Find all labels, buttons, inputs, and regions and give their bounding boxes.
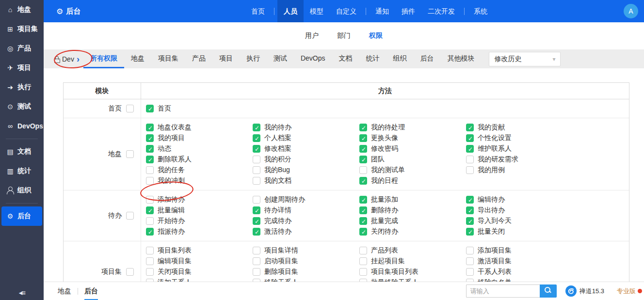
permission-item[interactable]: 编辑待办 (466, 194, 573, 205)
permission-item[interactable]: 开始待办 (146, 216, 253, 226)
permission-item[interactable]: 批量移除干系人 (359, 277, 466, 282)
permission-item[interactable]: 挂起项目集 (359, 256, 466, 267)
permission-item[interactable]: 首页 (146, 103, 253, 114)
permission-checkbox[interactable] (146, 257, 154, 265)
permission-checkbox[interactable] (359, 217, 367, 225)
permission-item[interactable]: 更换头像 (359, 133, 466, 143)
permission-item[interactable]: 修改档案 (253, 143, 359, 154)
sidebar-item-org[interactable]: 组织 (0, 181, 44, 200)
permission-item[interactable]: 个人档案 (253, 133, 359, 143)
permission-item[interactable]: 我的冲刺 (146, 175, 253, 186)
permission-checkbox[interactable] (253, 247, 260, 254)
permission-item[interactable]: 我的贡献 (466, 122, 573, 133)
permission-item[interactable]: 批量添加 (359, 194, 466, 205)
permission-item[interactable]: 项目集列表 (146, 245, 253, 256)
permission-checkbox[interactable] (146, 247, 154, 254)
permission-checkbox[interactable] (253, 156, 260, 163)
permission-checkbox[interactable] (253, 124, 260, 131)
permission-checkbox[interactable] (359, 257, 367, 265)
sidebar-item-doc[interactable]: ▤文档 (0, 142, 44, 161)
permission-checkbox[interactable] (466, 247, 474, 254)
permission-checkbox[interactable] (359, 124, 367, 131)
permission-item[interactable]: 激活项目集 (466, 256, 573, 267)
permission-checkbox[interactable] (359, 177, 367, 185)
permission-item[interactable]: 启动项目集 (253, 256, 359, 267)
sidebar-item-qa[interactable]: ⊙测试 (0, 97, 44, 116)
permission-checkbox[interactable] (466, 145, 474, 153)
permission-checkbox[interactable] (146, 196, 154, 204)
permission-item[interactable]: 关闭项目集 (146, 267, 253, 277)
permission-item[interactable]: 我的积分 (253, 154, 359, 165)
permission-checkbox[interactable] (466, 166, 474, 174)
permission-item[interactable]: 项目集项目列表 (359, 267, 466, 277)
permission-item[interactable]: 关闭待办 (359, 226, 466, 237)
top-menu-item[interactable]: 二次开发 (421, 0, 461, 22)
permission-item[interactable]: 完成待办 (253, 216, 359, 226)
permission-checkbox[interactable] (466, 134, 474, 142)
top-menu-item[interactable]: 自定义 (330, 0, 363, 22)
permission-checkbox[interactable] (359, 145, 367, 153)
sidebar-item-stat[interactable]: ▥统计 (0, 161, 44, 181)
search-input[interactable] (466, 284, 540, 298)
permission-item[interactable]: 批量完成 (359, 216, 466, 226)
permission-checkbox[interactable] (146, 228, 154, 236)
search-button[interactable] (540, 284, 557, 298)
permission-checkbox[interactable] (466, 156, 474, 163)
sidebar-item-my[interactable]: ⌂地盘 (0, 0, 44, 19)
sidebar-item-project[interactable]: ✈项目 (0, 58, 44, 78)
permission-item[interactable]: 激活待办 (253, 226, 359, 237)
permission-item[interactable]: 移除干系人 (253, 277, 359, 282)
permission-checkbox[interactable] (146, 166, 154, 174)
permission-tab[interactable]: 产品 (185, 49, 212, 68)
permission-item[interactable]: 删除联系人 (146, 154, 253, 165)
footer-tab[interactable]: 地盘 (51, 282, 78, 300)
permission-item[interactable]: 我的项目 (146, 133, 253, 143)
permission-item[interactable]: 添加干系人 (146, 277, 253, 282)
permission-item[interactable]: 我的研发需求 (466, 154, 573, 165)
collapse-sidebar-icon[interactable]: ◂≡ (0, 288, 44, 297)
permission-item[interactable]: 项目集详情 (253, 245, 359, 256)
permission-item[interactable]: 团队 (359, 154, 466, 165)
permission-item[interactable]: 添加待办 (146, 194, 253, 205)
permission-item[interactable]: 编辑项目集 (146, 256, 253, 267)
sidebar-item-program[interactable]: ⊞项目集 (0, 19, 44, 39)
top-menu-item[interactable]: 模型 (304, 0, 330, 22)
top-menu-item[interactable]: 插件 (395, 0, 421, 22)
permission-checkbox[interactable] (253, 145, 260, 153)
module-checkbox[interactable] (126, 212, 134, 220)
top-menu-item[interactable]: 系统 (467, 0, 494, 22)
permission-item[interactable]: 删除待办 (359, 205, 466, 216)
permission-checkbox[interactable] (253, 166, 260, 174)
permission-checkbox[interactable] (359, 134, 367, 142)
permission-item[interactable]: 导出待办 (466, 205, 573, 216)
permission-checkbox[interactable] (359, 228, 367, 236)
permission-item[interactable]: 干系人列表 (466, 267, 573, 277)
permission-item[interactable]: 产品列表 (359, 245, 466, 256)
permission-checkbox[interactable] (146, 145, 154, 153)
permission-tab[interactable]: 项目 (212, 49, 240, 68)
permission-checkbox[interactable] (146, 206, 154, 214)
permission-checkbox[interactable] (146, 268, 154, 276)
permission-checkbox[interactable] (146, 217, 154, 225)
permission-tab[interactable]: 地盘 (124, 49, 151, 68)
permission-checkbox[interactable] (146, 177, 154, 185)
role-selector[interactable]: Dev › (54, 55, 80, 63)
permission-tab[interactable]: 组织 (386, 49, 413, 68)
permission-checkbox[interactable] (359, 166, 367, 174)
permission-checkbox[interactable] (466, 228, 474, 236)
permission-item[interactable]: 维护联系人 (466, 143, 573, 154)
permission-tab[interactable]: 后台 (413, 49, 440, 68)
permission-item[interactable]: 我的任务 (146, 165, 253, 175)
permission-item[interactable]: 导入到今天 (466, 216, 573, 226)
permission-checkbox[interactable] (146, 105, 154, 112)
permission-checkbox[interactable] (359, 196, 367, 204)
permission-checkbox[interactable] (359, 206, 367, 214)
permission-checkbox[interactable] (253, 257, 260, 265)
permission-checkbox[interactable] (466, 124, 474, 131)
subnav-item[interactable]: 用户 (299, 32, 324, 40)
permission-item[interactable]: 我的待处理 (359, 122, 466, 133)
permission-checkbox[interactable] (466, 206, 474, 214)
permission-checkbox[interactable] (146, 124, 154, 131)
permission-tab[interactable]: 测试 (267, 49, 294, 68)
permission-checkbox[interactable] (146, 156, 154, 163)
